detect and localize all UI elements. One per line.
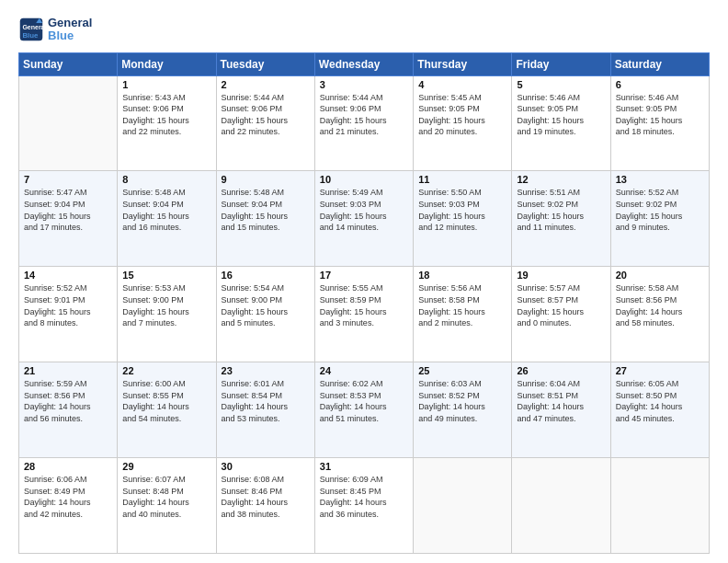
calendar-cell: 19Sunrise: 5:57 AM Sunset: 8:57 PM Dayli… xyxy=(512,267,610,362)
calendar-cell: 20Sunrise: 5:58 AM Sunset: 8:56 PM Dayli… xyxy=(610,267,709,362)
calendar-cell: 21Sunrise: 5:59 AM Sunset: 8:56 PM Dayli… xyxy=(19,362,118,458)
calendar-cell: 23Sunrise: 6:01 AM Sunset: 8:54 PM Dayli… xyxy=(216,362,314,458)
day-info: Sunrise: 5:45 AM Sunset: 9:05 PM Dayligh… xyxy=(418,92,506,138)
calendar-cell: 14Sunrise: 5:52 AM Sunset: 9:01 PM Dayli… xyxy=(19,267,118,362)
day-info: Sunrise: 5:52 AM Sunset: 9:02 PM Dayligh… xyxy=(616,187,704,233)
day-info: Sunrise: 6:01 AM Sunset: 8:54 PM Dayligh… xyxy=(222,378,310,424)
day-info: Sunrise: 5:55 AM Sunset: 8:59 PM Dayligh… xyxy=(320,282,408,328)
calendar-cell: 25Sunrise: 6:03 AM Sunset: 8:52 PM Dayli… xyxy=(414,362,512,458)
day-number: 10 xyxy=(320,174,408,185)
day-info: Sunrise: 5:54 AM Sunset: 9:00 PM Dayligh… xyxy=(222,282,310,328)
calendar-cell: 30Sunrise: 6:08 AM Sunset: 8:46 PM Dayli… xyxy=(216,458,314,554)
day-number: 26 xyxy=(517,365,605,376)
calendar-table: SundayMondayTuesdayWednesdayThursdayFrid… xyxy=(18,52,710,554)
calendar-cell: 5Sunrise: 5:46 AM Sunset: 9:05 PM Daylig… xyxy=(512,75,610,171)
day-info: Sunrise: 5:49 AM Sunset: 9:03 PM Dayligh… xyxy=(320,187,408,233)
calendar-cell: 11Sunrise: 5:50 AM Sunset: 9:03 PM Dayli… xyxy=(414,171,512,267)
calendar-cell: 9Sunrise: 5:48 AM Sunset: 9:04 PM Daylig… xyxy=(216,171,314,267)
day-number: 23 xyxy=(222,365,310,376)
day-info: Sunrise: 5:50 AM Sunset: 9:03 PM Dayligh… xyxy=(418,187,506,233)
day-number: 11 xyxy=(418,174,506,185)
day-number: 28 xyxy=(24,461,112,472)
day-number: 8 xyxy=(122,174,210,185)
day-info: Sunrise: 5:56 AM Sunset: 8:58 PM Dayligh… xyxy=(418,282,506,328)
calendar-cell: 6Sunrise: 5:46 AM Sunset: 9:05 PM Daylig… xyxy=(610,75,709,171)
calendar-cell: 18Sunrise: 5:56 AM Sunset: 8:58 PM Dayli… xyxy=(414,267,512,362)
calendar-cell: 2Sunrise: 5:44 AM Sunset: 9:06 PM Daylig… xyxy=(216,75,314,171)
day-info: Sunrise: 6:07 AM Sunset: 8:48 PM Dayligh… xyxy=(122,474,210,520)
day-number: 9 xyxy=(222,174,310,185)
day-number: 18 xyxy=(418,270,506,281)
day-info: Sunrise: 6:08 AM Sunset: 8:46 PM Dayligh… xyxy=(222,474,310,520)
calendar-week-2: 14Sunrise: 5:52 AM Sunset: 9:01 PM Dayli… xyxy=(19,267,710,362)
calendar-cell: 1Sunrise: 5:43 AM Sunset: 9:06 PM Daylig… xyxy=(118,75,216,171)
calendar-cell: 27Sunrise: 6:05 AM Sunset: 8:50 PM Dayli… xyxy=(610,362,709,458)
day-info: Sunrise: 5:51 AM Sunset: 9:02 PM Dayligh… xyxy=(517,187,605,233)
day-info: Sunrise: 5:53 AM Sunset: 9:00 PM Dayligh… xyxy=(122,282,210,328)
calendar-cell: 26Sunrise: 6:04 AM Sunset: 8:51 PM Dayli… xyxy=(512,362,610,458)
day-info: Sunrise: 5:48 AM Sunset: 9:04 PM Dayligh… xyxy=(122,187,210,233)
day-info: Sunrise: 6:00 AM Sunset: 8:55 PM Dayligh… xyxy=(122,378,210,424)
day-info: Sunrise: 5:59 AM Sunset: 8:56 PM Dayligh… xyxy=(24,378,112,424)
calendar-cell: 13Sunrise: 5:52 AM Sunset: 9:02 PM Dayli… xyxy=(610,171,709,267)
day-number: 6 xyxy=(616,79,704,90)
calendar-header-friday: Friday xyxy=(512,52,610,75)
svg-text:Blue: Blue xyxy=(22,31,39,40)
page: General Blue General Blue SundayMondayTu… xyxy=(0,0,728,563)
day-number: 3 xyxy=(320,79,408,90)
day-number: 16 xyxy=(222,270,310,281)
calendar-cell: 10Sunrise: 5:49 AM Sunset: 9:03 PM Dayli… xyxy=(314,171,413,267)
day-number: 13 xyxy=(616,174,704,185)
calendar-cell: 17Sunrise: 5:55 AM Sunset: 8:59 PM Dayli… xyxy=(314,267,413,362)
day-info: Sunrise: 5:58 AM Sunset: 8:56 PM Dayligh… xyxy=(616,282,704,328)
day-number: 19 xyxy=(517,270,605,281)
svg-text:General: General xyxy=(22,24,44,30)
day-number: 15 xyxy=(122,270,210,281)
calendar-cell: 16Sunrise: 5:54 AM Sunset: 9:00 PM Dayli… xyxy=(216,267,314,362)
day-number: 27 xyxy=(616,365,704,376)
day-number: 29 xyxy=(122,461,210,472)
day-number: 4 xyxy=(418,79,506,90)
calendar-cell: 15Sunrise: 5:53 AM Sunset: 9:00 PM Dayli… xyxy=(118,267,216,362)
day-number: 21 xyxy=(24,365,112,376)
day-number: 22 xyxy=(122,365,210,376)
logo-icon: General Blue xyxy=(18,17,44,42)
calendar-cell: 8Sunrise: 5:48 AM Sunset: 9:04 PM Daylig… xyxy=(118,171,216,267)
day-number: 25 xyxy=(418,365,506,376)
day-info: Sunrise: 5:47 AM Sunset: 9:04 PM Dayligh… xyxy=(24,187,112,233)
calendar-cell: 7Sunrise: 5:47 AM Sunset: 9:04 PM Daylig… xyxy=(19,171,118,267)
calendar-week-4: 28Sunrise: 6:06 AM Sunset: 8:49 PM Dayli… xyxy=(19,458,710,554)
calendar-cell xyxy=(512,458,610,554)
calendar-cell: 4Sunrise: 5:45 AM Sunset: 9:05 PM Daylig… xyxy=(414,75,512,171)
day-info: Sunrise: 6:06 AM Sunset: 8:49 PM Dayligh… xyxy=(24,474,112,520)
calendar-week-3: 21Sunrise: 5:59 AM Sunset: 8:56 PM Dayli… xyxy=(19,362,710,458)
calendar-header-monday: Monday xyxy=(118,52,216,75)
calendar-cell xyxy=(610,458,709,554)
day-info: Sunrise: 5:52 AM Sunset: 9:01 PM Dayligh… xyxy=(24,282,112,328)
day-info: Sunrise: 6:09 AM Sunset: 8:45 PM Dayligh… xyxy=(320,474,408,520)
calendar-cell: 12Sunrise: 5:51 AM Sunset: 9:02 PM Dayli… xyxy=(512,171,610,267)
day-info: Sunrise: 5:43 AM Sunset: 9:06 PM Dayligh… xyxy=(122,92,210,138)
day-number: 14 xyxy=(24,270,112,281)
calendar-header-row: SundayMondayTuesdayWednesdayThursdayFrid… xyxy=(19,52,710,75)
calendar-cell xyxy=(19,75,118,171)
day-info: Sunrise: 5:48 AM Sunset: 9:04 PM Dayligh… xyxy=(222,187,310,233)
day-info: Sunrise: 5:44 AM Sunset: 9:06 PM Dayligh… xyxy=(222,92,310,138)
day-number: 17 xyxy=(320,270,408,281)
calendar-cell xyxy=(414,458,512,554)
day-number: 5 xyxy=(517,79,605,90)
calendar-cell: 31Sunrise: 6:09 AM Sunset: 8:45 PM Dayli… xyxy=(314,458,413,554)
day-number: 2 xyxy=(222,79,310,90)
day-info: Sunrise: 6:04 AM Sunset: 8:51 PM Dayligh… xyxy=(517,378,605,424)
day-info: Sunrise: 6:03 AM Sunset: 8:52 PM Dayligh… xyxy=(418,378,506,424)
day-number: 1 xyxy=(122,79,210,90)
day-info: Sunrise: 5:46 AM Sunset: 9:05 PM Dayligh… xyxy=(616,92,704,138)
calendar-header-saturday: Saturday xyxy=(610,52,709,75)
day-number: 30 xyxy=(222,461,310,472)
header: General Blue General Blue xyxy=(18,17,710,43)
day-info: Sunrise: 5:46 AM Sunset: 9:05 PM Dayligh… xyxy=(517,92,605,138)
calendar-cell: 28Sunrise: 6:06 AM Sunset: 8:49 PM Dayli… xyxy=(19,458,118,554)
calendar-header-wednesday: Wednesday xyxy=(314,52,413,75)
day-info: Sunrise: 5:44 AM Sunset: 9:06 PM Dayligh… xyxy=(320,92,408,138)
day-number: 20 xyxy=(616,270,704,281)
